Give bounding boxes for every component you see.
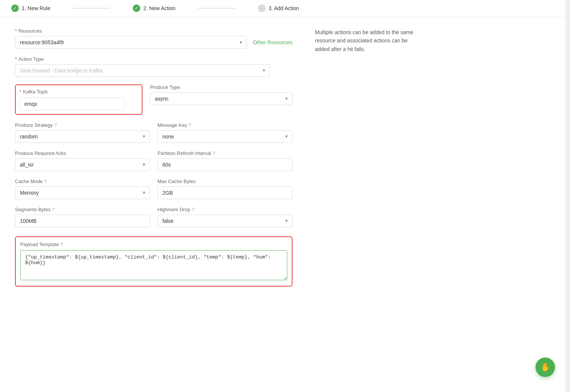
main-content: * Resources resource:9053a4f9 ▼ Other Re…	[0, 17, 570, 392]
cache-row: Cache Mode ? Memory ▼ Max Cache Bytes	[15, 179, 292, 199]
segments-highmem-row: Segments Bytes ? Highmem Drop ? false ▼	[15, 207, 292, 227]
max-cache-bytes-input[interactable]	[158, 186, 292, 199]
message-key-label: Message Key ?	[158, 122, 292, 128]
step-3-label: 3. Add Action	[268, 5, 299, 11]
acks-partition-row: Produce Required Acks all_isr ▼ Partitio…	[15, 150, 292, 171]
resources-label: * Resources	[15, 28, 292, 34]
cache-mode-label: Cache Mode ?	[15, 179, 150, 184]
produce-type-group: Produce Type async ▼	[150, 84, 292, 105]
action-type-select[interactable]: Data forward - Data bridge to Kafka	[15, 64, 270, 77]
other-resources-link[interactable]: Other Resources	[253, 39, 292, 45]
page-wrapper: ✓ 1. New Rule ✓ 2. New Action ○ 3. Add A…	[0, 0, 570, 392]
payload-template-group: Payload Template ? {"up_timestamp": ${up…	[15, 236, 292, 287]
step-connector-1	[73, 8, 110, 9]
step-2[interactable]: ✓ 2. New Action	[133, 5, 176, 12]
produce-required-acks-group: Produce Required Acks all_isr ▼	[15, 150, 150, 171]
segments-bytes-group: Segments Bytes ?	[15, 207, 150, 227]
kafka-produce-row: * Kafka Topic Produce Type async ▼	[15, 84, 292, 115]
produce-strategy-label: Produce Strategy ?	[15, 122, 150, 128]
fab-icon: ✋	[540, 362, 550, 372]
highmem-drop-label: Highmem Drop ?	[158, 207, 292, 212]
cache-mode-group: Cache Mode ? Memory ▼	[15, 179, 150, 199]
action-type-required-star: *	[15, 56, 17, 62]
produce-type-select-wrapper: async ▼	[150, 92, 292, 105]
step-2-label: 2. New Action	[143, 5, 176, 11]
max-cache-bytes-label: Max Cache Bytes	[158, 179, 292, 184]
segments-bytes-input[interactable]	[15, 215, 150, 227]
cache-mode-help-icon[interactable]: ?	[44, 179, 47, 184]
form-area: * Resources resource:9053a4f9 ▼ Other Re…	[0, 17, 308, 392]
highmem-drop-group: Highmem Drop ? false ▼	[158, 207, 292, 227]
message-key-group: Message Key ? none ▼	[158, 122, 292, 143]
stepper: ✓ 1. New Rule ✓ 2. New Action ○ 3. Add A…	[0, 0, 570, 17]
sidebar-info: Multiple actions can be added to the sam…	[308, 17, 428, 392]
resources-group: * Resources resource:9053a4f9 ▼ Other Re…	[15, 28, 292, 49]
produce-required-acks-wrapper: all_isr ▼	[15, 158, 150, 171]
step-connector-2	[198, 8, 236, 9]
kafka-topic-label: * Kafka Topic	[20, 89, 138, 95]
info-text: Multiple actions can be added to the sam…	[315, 28, 420, 53]
step-1[interactable]: ✓ 1. New Rule	[11, 5, 50, 12]
produce-strategy-wrapper: random ▼	[15, 130, 150, 143]
cache-mode-select[interactable]: Memory	[15, 186, 150, 199]
highmem-drop-wrapper: false ▼	[158, 215, 292, 227]
kafka-topic-group: * Kafka Topic	[15, 84, 142, 115]
payload-template-help-icon[interactable]: ?	[60, 242, 63, 247]
scrollbar[interactable]	[566, 0, 570, 392]
message-key-select[interactable]: none	[158, 130, 292, 143]
step-1-label: 1. New Rule	[22, 5, 50, 11]
step-3-icon: ○	[258, 5, 266, 12]
kafka-required-star: *	[20, 89, 21, 95]
resources-required-star: *	[15, 28, 17, 34]
message-key-help-icon[interactable]: ?	[189, 123, 191, 128]
partition-refresh-help-icon[interactable]: ?	[213, 151, 215, 156]
message-key-wrapper: none ▼	[158, 130, 292, 143]
highmem-drop-select[interactable]: false	[158, 215, 292, 227]
partition-refresh-label: Partition Refresh Interval ?	[158, 150, 292, 156]
strategy-key-row: Produce Strategy ? random ▼ Message Key …	[15, 122, 292, 143]
payload-template-label: Payload Template ?	[20, 242, 287, 247]
produce-strategy-select[interactable]: random	[15, 130, 150, 143]
produce-required-acks-select[interactable]: all_isr	[15, 158, 150, 171]
payload-template-textarea[interactable]: {"up_timestamp": ${up_timestamp}, "clien…	[20, 250, 287, 280]
step-3[interactable]: ○ 3. Add Action	[258, 5, 299, 12]
step-1-icon: ✓	[11, 5, 19, 12]
step-2-icon: ✓	[133, 5, 140, 12]
fab-button[interactable]: ✋	[536, 357, 555, 377]
partition-refresh-input[interactable]	[158, 158, 292, 171]
resources-select[interactable]: resource:9053a4f9	[15, 36, 247, 49]
produce-type-select[interactable]: async	[150, 92, 292, 105]
produce-strategy-group: Produce Strategy ? random ▼	[15, 122, 150, 143]
action-type-group: * Action Type Data forward - Data bridge…	[15, 56, 292, 77]
produce-required-acks-label: Produce Required Acks	[15, 150, 150, 156]
partition-refresh-group: Partition Refresh Interval ?	[158, 150, 292, 171]
produce-strategy-help-icon[interactable]: ?	[54, 123, 57, 128]
produce-type-label: Produce Type	[150, 84, 292, 90]
kafka-topic-input[interactable]	[20, 98, 124, 110]
max-cache-bytes-group: Max Cache Bytes	[158, 179, 292, 199]
resources-select-wrapper: resource:9053a4f9 ▼	[15, 36, 247, 49]
segments-bytes-help-icon[interactable]: ?	[52, 207, 55, 212]
action-type-select-wrapper: Data forward - Data bridge to Kafka ▼	[15, 64, 270, 77]
action-type-label: * Action Type	[15, 56, 292, 62]
segments-bytes-label: Segments Bytes ?	[15, 207, 150, 212]
cache-mode-wrapper: Memory ▼	[15, 186, 150, 199]
highmem-drop-help-icon[interactable]: ?	[192, 207, 194, 212]
resources-row: resource:9053a4f9 ▼ Other Resources	[15, 36, 292, 49]
